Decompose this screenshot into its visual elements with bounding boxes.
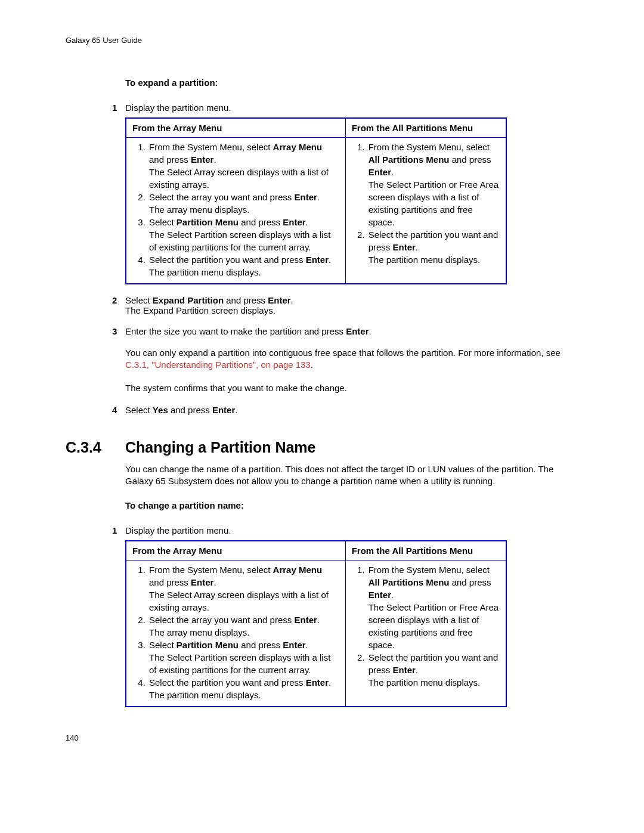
- procedure-title: To change a partition name:: [125, 500, 578, 510]
- step-text: Display the partition menu.: [125, 525, 231, 535]
- menu-table: From the Array Menu From the All Partiti…: [125, 117, 507, 284]
- procedure-title: To expand a partition:: [125, 78, 578, 88]
- cross-reference-link[interactable]: C.3.1, "Understanding Partitions", on pa…: [125, 360, 311, 370]
- content-area: To expand a partition: 1 Display the par…: [125, 78, 578, 707]
- table-header-cell: From the Array Menu: [126, 118, 345, 138]
- table-cell: From the System Menu, select Array Menu …: [126, 138, 345, 284]
- table-cell: From the System Menu, select All Partiti…: [345, 561, 506, 707]
- table-cell: From the System Menu, select Array Menu …: [126, 561, 345, 707]
- menu-table: From the Array Menu From the All Partiti…: [125, 540, 507, 707]
- page-number: 140: [66, 733, 79, 742]
- step-2: 2 Select Expand Partition and press Ente…: [125, 295, 578, 315]
- step-number: 1: [112, 525, 117, 535]
- page: Galaxy 65 User Guide To expand a partiti…: [0, 0, 644, 769]
- step-4: 4 Select Yes and press Enter.: [125, 405, 578, 415]
- step-3: 3 Enter the size you want to make the pa…: [125, 326, 578, 394]
- step-number: 3: [112, 326, 117, 336]
- running-header: Galaxy 65 User Guide: [66, 36, 578, 45]
- section-heading: C.3.4 Changing a Partition Name: [125, 439, 578, 456]
- step-number: 1: [112, 103, 117, 113]
- step-1: 1 Display the partition menu. From the A…: [125, 103, 578, 284]
- table-header-cell: From the All Partitions Menu: [345, 541, 506, 561]
- table-cell: From the System Menu, select All Partiti…: [345, 138, 506, 284]
- step-1b: 1 Display the partition menu. From the A…: [125, 525, 578, 707]
- section-title: Changing a Partition Name: [125, 439, 315, 456]
- section-intro: You can change the name of a partition. …: [125, 463, 578, 488]
- step-number: 4: [112, 405, 117, 415]
- step-number: 2: [112, 295, 117, 305]
- table-header-cell: From the Array Menu: [126, 541, 345, 561]
- table-header-cell: From the All Partitions Menu: [345, 118, 506, 138]
- step-text: Display the partition menu.: [125, 103, 231, 113]
- section-number: C.3.4: [66, 439, 125, 456]
